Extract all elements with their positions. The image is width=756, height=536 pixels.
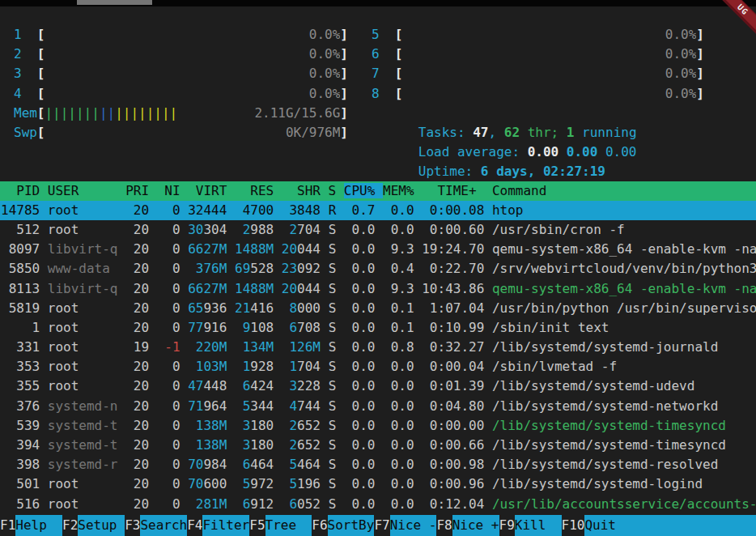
meter-close-bracket: ] bbox=[340, 84, 348, 104]
uptime-label: Uptime: bbox=[418, 164, 481, 179]
window-tab[interactable] bbox=[77, 0, 152, 5]
process-row[interactable]: 331 root 19 -1 220M 134M 126M S 0.0 0.8 … bbox=[0, 338, 756, 357]
fkey-action-label: Nice - bbox=[390, 515, 437, 536]
cell-stats: S 0.0 0.1 0:10.99 bbox=[321, 320, 492, 335]
cell-res: 1 bbox=[235, 359, 250, 374]
cell-user: root bbox=[40, 476, 117, 491]
cell-user: systemd-n bbox=[40, 398, 117, 414]
cpu-meter-7-label: 7 bbox=[372, 64, 395, 83]
gap bbox=[227, 261, 235, 276]
cell-user: root bbox=[40, 359, 117, 374]
cell-virt: 220M bbox=[188, 339, 227, 355]
cell-command: /sbin/lvmetad -f bbox=[492, 359, 617, 374]
cell-stats: S 0.0 0.0 0:00.96 bbox=[321, 476, 492, 491]
cell-res: 928 bbox=[250, 359, 274, 374]
cell-res: 464 bbox=[250, 457, 274, 472]
cell-virt: 71 bbox=[188, 398, 203, 414]
cell-nice: 0 bbox=[149, 457, 181, 472]
cell-pid: 8097 bbox=[1, 241, 40, 257]
cell-virt: 448 bbox=[203, 378, 227, 393]
process-row[interactable]: 14785 root 20 0 32444 4700 3848 R 0.7 0.… bbox=[0, 201, 756, 220]
cell-virt: 138M bbox=[188, 418, 227, 433]
fkey-F5[interactable]: F5Tree bbox=[249, 515, 312, 536]
cell-pid: 516 bbox=[1, 496, 40, 512]
fkey-F8[interactable]: F8Nice + bbox=[436, 515, 499, 536]
process-row[interactable]: 501 root 20 0 70600 5972 5196 S 0.0 0.0 … bbox=[0, 474, 756, 494]
fkey-F4[interactable]: F4Filter bbox=[187, 515, 249, 536]
cell-priority: 20 bbox=[118, 320, 150, 335]
cpu-meter-4-label: 4 bbox=[14, 84, 37, 104]
fkey-F10[interactable]: F10Quit bbox=[562, 515, 632, 536]
process-row[interactable]: 8113 libvirt-q 20 0 6627M 1488M 20044 S … bbox=[0, 279, 756, 299]
cpu-meter-8-value: 0.0% bbox=[665, 84, 697, 104]
cell-res: 134M bbox=[235, 339, 274, 355]
process-row[interactable]: 8097 libvirt-q 20 0 6627M 1488M 20044 S … bbox=[0, 240, 756, 259]
cell-virt: 138M bbox=[188, 437, 227, 453]
process-row[interactable]: 5850 www-data 20 0 376M 69528 23092 S 0.… bbox=[0, 259, 756, 279]
process-row[interactable]: 394 systemd-t 20 0 138M 3180 2652 S 0.0 … bbox=[0, 436, 756, 455]
cell-priority: 20 bbox=[118, 496, 150, 512]
cell-shr: 2 bbox=[282, 222, 297, 237]
fkey-action-label: Nice + bbox=[452, 515, 499, 536]
fkey-key-label: F4 bbox=[187, 515, 202, 536]
fkey-F3[interactable]: F3Search bbox=[125, 515, 187, 536]
running-label: running bbox=[574, 125, 636, 140]
cell-nice: 0 bbox=[149, 222, 181, 237]
cell-virt: 376M bbox=[188, 261, 227, 276]
cell-user: root bbox=[40, 320, 117, 335]
cell-user: root bbox=[40, 300, 117, 316]
fkey-action-label: SortBy bbox=[328, 515, 375, 536]
cpu-meter-6-label: 6 bbox=[372, 45, 395, 64]
cell-user: libvirt-q bbox=[40, 241, 117, 257]
cpu-meter-1: 1[0.0%] bbox=[14, 25, 348, 45]
load-5min: 0.00 bbox=[567, 144, 598, 160]
process-row[interactable]: 516 root 20 0 281M 6912 6052 S 0.0 0.0 0… bbox=[0, 495, 756, 514]
fkey-F2[interactable]: F2Setup bbox=[62, 515, 125, 536]
cell-pid: 394 bbox=[1, 437, 40, 453]
fkey-F7[interactable]: F7Nice - bbox=[374, 515, 436, 536]
meter-open-bracket: [ bbox=[37, 25, 45, 45]
fkey-bar-filler bbox=[631, 515, 756, 536]
fkey-F9[interactable]: F9Kill bbox=[499, 515, 562, 536]
function-key-bar: F1Help F2Setup F3SearchF4FilterF5Tree F6… bbox=[0, 515, 756, 536]
gap bbox=[181, 476, 189, 491]
process-row[interactable]: 353 root 20 0 103M 1928 1704 S 0.0 0.0 0… bbox=[0, 357, 756, 376]
gap bbox=[227, 398, 235, 414]
process-row[interactable]: 539 systemd-t 20 0 138M 3180 2652 S 0.0 … bbox=[0, 416, 756, 436]
fkey-F6[interactable]: F6SortBy bbox=[312, 515, 374, 536]
process-row[interactable]: 512 root 20 0 30304 2988 2704 S 0.0 0.0 … bbox=[0, 220, 756, 240]
process-row[interactable]: 355 root 20 0 47448 6424 3228 S 0.0 0.0 … bbox=[0, 376, 756, 396]
threads-label: thr; bbox=[520, 125, 567, 140]
cell-shr: 848 bbox=[297, 202, 321, 218]
fkey-key-label: F8 bbox=[436, 515, 452, 536]
process-row[interactable]: 398 systemd-r 20 0 70984 6464 5464 S 0.0… bbox=[0, 455, 756, 474]
fkey-action-label: Help bbox=[15, 515, 62, 536]
fkey-F1[interactable]: F1Help bbox=[0, 515, 62, 536]
cpu-meter-6-value: 0.0% bbox=[665, 45, 697, 64]
process-row[interactable]: 5819 root 20 0 65936 21416 8000 S 0.0 0.… bbox=[0, 299, 756, 318]
cell-shr: 052 bbox=[297, 496, 321, 512]
cell-shr: 744 bbox=[297, 398, 321, 414]
cpu-meter-5: 5[0.0%] bbox=[372, 25, 704, 45]
gap bbox=[274, 281, 282, 296]
cell-virt: 916 bbox=[203, 320, 227, 335]
cell-user: www-data bbox=[40, 261, 117, 276]
cell-priority: 20 bbox=[118, 359, 150, 374]
cell-shr: 704 bbox=[297, 359, 321, 374]
process-row[interactable]: 1 root 20 0 77916 9108 6708 S 0.0 0.1 0:… bbox=[0, 318, 756, 338]
cell-pid: 355 bbox=[1, 378, 40, 393]
cell-shr: 1 bbox=[282, 359, 297, 374]
gap bbox=[181, 398, 189, 414]
process-row[interactable]: 376 systemd-n 20 0 71964 5344 4744 S 0.0… bbox=[0, 397, 756, 416]
cell-pid: 501 bbox=[1, 476, 40, 491]
cell-pid: 376 bbox=[1, 398, 40, 414]
cell-user: root bbox=[40, 202, 117, 218]
cell-shr: 196 bbox=[297, 476, 321, 491]
cell-stats: S 0.0 9.3 10:43.86 bbox=[321, 281, 492, 296]
cell-shr: 044 bbox=[297, 241, 321, 257]
sort-column-header[interactable]: CPU% bbox=[344, 183, 383, 198]
fkey-key-label: F3 bbox=[125, 515, 140, 536]
cell-res: 1488M bbox=[235, 281, 274, 296]
gap bbox=[274, 241, 282, 257]
cell-virt: 32 bbox=[188, 202, 203, 218]
